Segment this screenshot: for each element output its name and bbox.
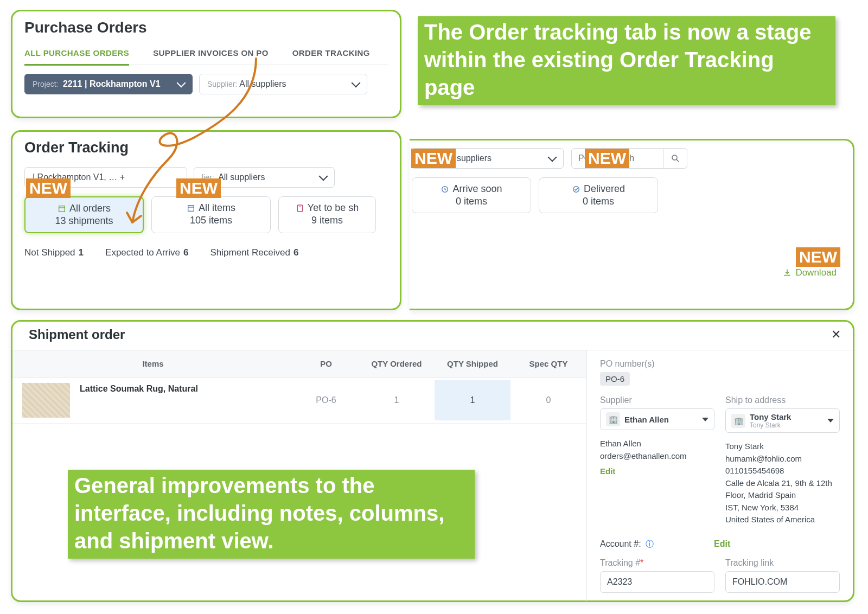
chevron-down-icon bbox=[177, 79, 186, 88]
col-qty-ordered: QTY Ordered bbox=[359, 350, 435, 377]
supplier-label: Supplier: bbox=[207, 80, 237, 88]
item-name: Lattice Soumak Rug, Natural bbox=[80, 378, 293, 394]
chevron-down-icon bbox=[702, 418, 709, 421]
shipto-line: Tony Stark bbox=[725, 440, 840, 453]
callout-top: The Order tracking tab is now a stage wi… bbox=[418, 16, 835, 105]
shipto-label: Ship to address bbox=[725, 395, 840, 405]
summary-value: 0 items bbox=[539, 196, 658, 207]
table-row[interactable]: Lattice Soumak Rug, Natural PO-6 1 1 0 bbox=[12, 378, 586, 424]
tab-order-tracking[interactable]: ORDER TRACKING bbox=[292, 45, 370, 65]
svg-rect-2 bbox=[188, 205, 194, 211]
shipto-selected: Tony StarkTony Stark bbox=[750, 412, 823, 429]
chevron-down-icon bbox=[352, 79, 361, 88]
shipto-select[interactable]: 🏢 Tony StarkTony Stark bbox=[725, 408, 840, 433]
project-dropdown[interactable]: Project: 2211 | Rockhampton V1 bbox=[24, 74, 193, 94]
check-circle-icon bbox=[572, 185, 580, 194]
summary-value: 9 items bbox=[279, 215, 375, 226]
order-tracking-card: Order Tracking | Rockhampton V1, … + lie… bbox=[11, 130, 401, 310]
purchase-orders-card: Purchase Orders ALL PURCHASE ORDERS SUPP… bbox=[11, 10, 401, 118]
new-badge: NEW bbox=[176, 178, 221, 198]
box-icon bbox=[58, 204, 66, 213]
summary-all-orders[interactable]: All orders 13 shipments bbox=[24, 196, 144, 233]
status-not-shipped[interactable]: Not Shipped1 bbox=[24, 247, 84, 258]
svg-rect-0 bbox=[59, 206, 65, 212]
supplier-dropdown[interactable]: Supplier:All suppliers bbox=[199, 74, 367, 94]
item-thumbnail bbox=[22, 383, 70, 418]
summary-label: Yet to be sh bbox=[308, 202, 359, 214]
supplier-value: All suppliers bbox=[239, 79, 286, 88]
svg-line-7 bbox=[676, 159, 679, 162]
tab-supplier-invoices[interactable]: SUPPLIER INVOICES ON PO bbox=[153, 45, 269, 65]
download-link[interactable]: Download bbox=[782, 267, 837, 278]
supplier-label: Supplier bbox=[600, 395, 714, 405]
callout-bottom: General improvements to the interface, i… bbox=[68, 470, 475, 559]
summary-value: 13 shipments bbox=[25, 215, 143, 227]
cell-qty-ordered: 1 bbox=[359, 380, 435, 420]
summary-value: 0 items bbox=[412, 196, 531, 207]
col-qty-shipped: QTY Shipped bbox=[435, 350, 510, 377]
project-label: Project: bbox=[33, 80, 58, 88]
shipment-detail-panel: PO number(s) PO-6 Supplier 🏢 Ethan Allen… bbox=[587, 350, 853, 601]
svg-point-6 bbox=[672, 155, 677, 160]
col-items: Items bbox=[12, 350, 293, 377]
building-icon: 🏢 bbox=[606, 412, 620, 426]
page-title: Purchase Orders bbox=[24, 19, 388, 36]
summary-label: Arrive soon bbox=[452, 183, 502, 195]
download-icon bbox=[782, 268, 792, 278]
order-tracking-title: Order Tracking bbox=[24, 139, 388, 156]
po-badge: PO-6 bbox=[600, 372, 630, 386]
new-badge: NEW bbox=[411, 149, 456, 168]
shipment-order-card: Shipment order ✕ Items PO QTY Ordered QT… bbox=[11, 320, 854, 602]
supplier-name: Ethan Allen bbox=[600, 438, 714, 450]
new-badge: NEW bbox=[585, 149, 629, 168]
building-icon: 🏢 bbox=[731, 414, 745, 428]
supplier-email: orders@ethanallen.com bbox=[600, 450, 714, 463]
shipto-line: Floor, Madrid Spain bbox=[725, 489, 840, 502]
download-label: Download bbox=[795, 267, 837, 278]
shipto-line: United States of America bbox=[725, 514, 840, 526]
tracking-no-label: Tracking #* bbox=[600, 558, 714, 568]
tab-all-purchase-orders[interactable]: ALL PURCHASE ORDERS bbox=[24, 45, 129, 66]
summary-all-items[interactable]: All items 105 items bbox=[151, 196, 271, 233]
close-button[interactable]: ✕ bbox=[831, 328, 841, 342]
tracking-no-input[interactable] bbox=[600, 571, 714, 593]
summary-delivered[interactable]: Delivered 0 items bbox=[539, 177, 658, 213]
tracking-link-input[interactable] bbox=[725, 571, 840, 593]
svg-rect-4 bbox=[297, 205, 302, 212]
summary-yet-to-ship[interactable]: Yet to be sh 9 items bbox=[278, 196, 376, 233]
chevron-down-icon bbox=[827, 419, 834, 423]
chevron-down-icon bbox=[548, 153, 557, 162]
chevron-down-icon bbox=[319, 172, 328, 181]
clipboard-icon bbox=[296, 204, 304, 213]
shipto-line: humamk@fohlio.com bbox=[725, 453, 840, 465]
shipto-line: Calle de Alcala 21, 9th & 12th bbox=[725, 477, 840, 490]
supplier-selected: Ethan Allen bbox=[624, 415, 698, 424]
summary-label: All orders bbox=[69, 203, 111, 214]
summary-label: All items bbox=[199, 202, 235, 214]
info-icon[interactable]: ⓘ bbox=[646, 539, 654, 549]
edit-shipto-link[interactable]: Edit bbox=[714, 539, 730, 549]
col-po: PO bbox=[293, 350, 359, 377]
shipto-line: IST, New York, 5384 bbox=[725, 502, 840, 514]
new-badge: NEW bbox=[796, 247, 840, 267]
supplier-value-2: All suppliers bbox=[218, 172, 265, 182]
cell-spec-qty: 0 bbox=[510, 380, 586, 420]
po-number-label: PO number(s) bbox=[600, 359, 840, 369]
new-badge: NEW bbox=[26, 178, 71, 198]
status-shipment-received[interactable]: Shipment Received6 bbox=[210, 247, 298, 258]
order-tracking-card-right: pplier: All suppliers Arrive soon 0 item… bbox=[410, 139, 854, 310]
status-expected-arrive[interactable]: Expected to Arrive6 bbox=[105, 247, 188, 258]
project-value: 2211 | Rockhampton V1 bbox=[63, 79, 161, 88]
supplier-select[interactable]: 🏢 Ethan Allen bbox=[600, 408, 714, 430]
tracking-link-label: Tracking link bbox=[725, 558, 840, 568]
cell-po: PO-6 bbox=[293, 380, 359, 420]
search-button[interactable] bbox=[663, 148, 687, 169]
col-spec-qty: Spec QTY bbox=[510, 350, 586, 377]
summary-arrive-soon[interactable]: Arrive soon 0 items bbox=[412, 177, 531, 213]
box-icon bbox=[187, 204, 195, 213]
edit-supplier-link[interactable]: Edit bbox=[600, 466, 615, 476]
account-label: Account #: bbox=[600, 539, 641, 549]
summary-value: 105 items bbox=[152, 215, 270, 226]
summary-label: Delivered bbox=[584, 183, 625, 195]
cell-qty-shipped[interactable]: 1 bbox=[435, 380, 510, 420]
